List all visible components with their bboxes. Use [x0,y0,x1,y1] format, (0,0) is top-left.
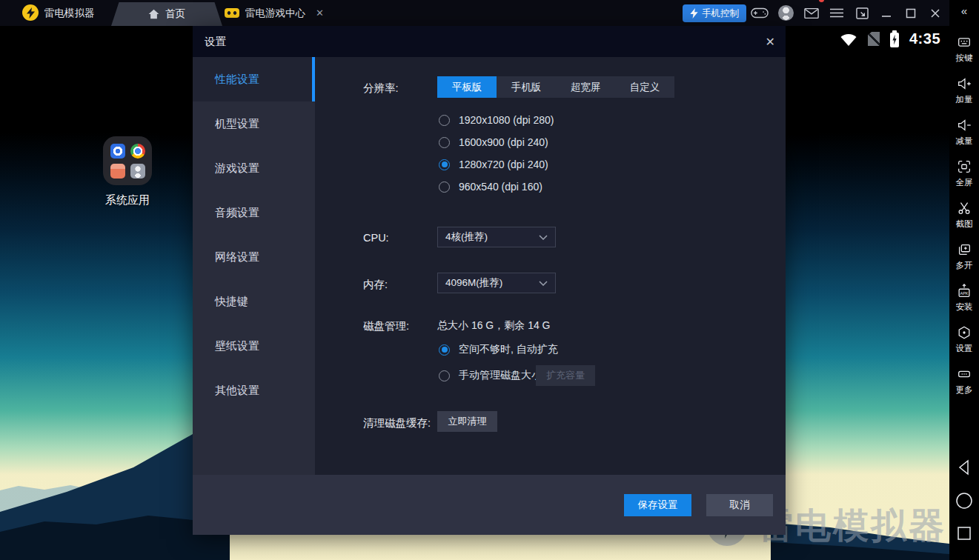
settings-nav: 性能设置 机型设置 游戏设置 音频设置 网络设置 快捷键 壁纸设置 其他设置 [193,57,315,475]
tool-more[interactable]: 更多 [956,366,973,407]
android-status-bar: 4:35 [840,26,949,52]
emulator-toolbar: « 按键 加量 减量 [949,0,979,560]
app-logo-icon [22,4,39,21]
tool-screenshot[interactable]: 截图 [956,200,973,241]
dialog-close-icon[interactable]: ✕ [766,35,775,49]
wifi-icon [840,32,857,47]
apk-install-icon: APK [956,283,972,299]
resolution-option-1920[interactable]: 1920x1080 (dpi 280) [439,112,554,128]
clean-now-button[interactable]: 立即清理 [437,411,497,432]
fullscreen-icon [956,159,972,175]
cancel-button[interactable]: 取消 [706,494,773,516]
chevron-down-icon [539,281,548,286]
close-button[interactable] [925,0,946,26]
radio-icon [439,181,450,193]
menu-button[interactable] [826,0,847,26]
volume-up-icon [956,76,972,92]
app-title: 雷电模拟器 [44,0,95,26]
back-icon [955,458,973,477]
more-icon [956,366,972,382]
collapse-toolbar-icon[interactable]: « [949,4,979,17]
nav-item-wallpaper[interactable]: 壁纸设置 [193,324,315,368]
tool-volume-up[interactable]: 加量 [956,76,973,117]
resolution-label: 分辨率: [363,81,399,96]
messages-button[interactable] [801,0,822,26]
status-clock: 4:35 [909,30,940,47]
nav-item-performance[interactable]: 性能设置 [193,57,315,101]
resolution-option-1280[interactable]: 1280x720 (dpi 240) [439,156,548,173]
avatar-icon [778,5,794,21]
watermark-text: 雷电模拟器 [757,502,946,550]
nav-item-network[interactable]: 网络设置 [193,235,315,279]
contacts-app-icon [130,164,145,179]
tool-fullscreen[interactable]: 全屏 [956,159,973,200]
res-tab-custom[interactable]: 自定义 [615,76,674,98]
popout-button[interactable] [852,0,872,26]
volume-down-icon [956,117,972,133]
disk-manual-option[interactable]: 手动管理磁盘大小 [439,367,542,384]
nav-item-other[interactable]: 其他设置 [193,368,315,413]
memory-dropdown[interactable]: 4096M(推荐) [437,273,556,293]
popout-icon [856,7,869,19]
radio-icon [439,115,450,126]
nav-back-button[interactable] [949,458,979,477]
radio-selected-icon [439,344,450,356]
tool-settings[interactable]: 设置 [956,324,973,366]
nav-item-audio[interactable]: 音频设置 [193,190,315,235]
tool-multi-instance[interactable]: 多开 [956,241,973,283]
memory-label: 内存: [363,278,388,292]
home-icon [148,9,159,19]
gamepad-icon[interactable] [749,0,770,26]
nav-item-device-model[interactable]: 机型设置 [193,101,315,146]
multi-instance-icon [956,241,972,258]
cpu-dropdown[interactable]: 4核(推荐) [437,227,556,247]
disk-auto-expand-option[interactable]: 空间不够时, 自动扩充 [439,341,558,358]
battery-charging-icon [890,33,899,47]
title-bar: 雷电模拟器 首页 雷电游戏中心 ✕ 手机控制 [0,0,949,26]
disk-summary: 总大小 16 G，剩余 14 G [437,319,550,333]
dialog-title: 设置 [205,35,766,49]
gear-icon [956,324,972,341]
memory-value: 4096M(推荐) [445,276,502,290]
resolution-option-1600[interactable]: 1600x900 (dpi 240) [439,134,548,150]
system-apps-folder[interactable] [103,136,152,185]
res-tab-phone[interactable]: 手机版 [497,76,556,98]
tool-volume-down[interactable]: 减量 [956,117,973,159]
phone-control-button[interactable]: 手机控制 [683,4,746,22]
maximize-button[interactable] [900,0,921,26]
tool-keymapping[interactable]: 按键 [956,34,973,76]
recents-square-icon [955,524,973,542]
tab-home[interactable]: 首页 [111,2,222,26]
cpu-label: CPU: [363,232,389,244]
radio-icon [439,137,450,148]
radio-icon [439,370,450,381]
expand-capacity-button[interactable]: 扩充容量 [536,365,595,386]
svg-text:APK: APK [960,291,968,296]
screenshot-scissors-icon [956,200,972,216]
bolt-icon [690,8,698,19]
tab-game-center-label: 雷电游戏中心 [245,7,305,20]
settings-content: 分辨率: 平板版 手机版 超宽屏 自定义 1920x1080 (dpi 280)… [315,57,786,475]
notification-badge [819,0,824,2]
mail-icon [804,7,819,19]
tab-close-icon[interactable]: ✕ [316,7,324,19]
files-app-icon [110,164,125,179]
save-settings-button[interactable]: 保存设置 [624,494,691,516]
settings-app-icon [110,144,125,159]
settings-dialog: 设置 ✕ 性能设置 机型设置 游戏设置 音频设置 网络设置 快捷键 壁纸设置 其… [193,26,786,535]
nav-item-shortcuts[interactable]: 快捷键 [193,279,315,324]
ldplayer-window: 雷电模拟器 首页 雷电游戏中心 ✕ 手机控制 [0,0,979,560]
nav-item-game[interactable]: 游戏设置 [193,146,315,190]
browser-app-icon [130,144,145,159]
dialog-footer: 保存设置 取消 [193,475,786,535]
nav-recents-button[interactable] [949,524,979,542]
tab-game-center[interactable]: 雷电游戏中心 ✕ [225,0,330,26]
nav-home-button[interactable] [949,491,979,510]
res-tab-tablet[interactable]: 平板版 [437,76,497,98]
account-avatar[interactable] [775,0,796,26]
resolution-option-960[interactable]: 960x540 (dpi 160) [439,179,542,195]
minimize-button[interactable] [876,0,897,26]
hamburger-icon [830,8,843,18]
tool-apk-install[interactable]: APK 安装 [956,283,973,324]
res-tab-ultrawide[interactable]: 超宽屏 [556,76,615,98]
